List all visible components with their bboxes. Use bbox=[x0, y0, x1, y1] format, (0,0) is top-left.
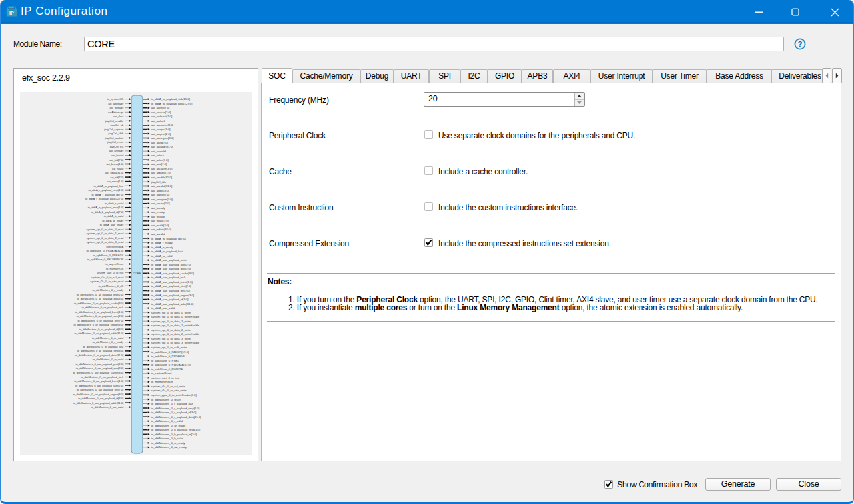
svg-text:io_ddrMasters_0_ar_payload_siz: io_ddrMasters_0_ar_payload_size[2:0] bbox=[77, 314, 124, 318]
svg-text:io_ddrMasters_0_r_ready: io_ddrMasters_0_r_ready bbox=[93, 340, 125, 344]
svg-text:axi_arqos[3:0]: axi_arqos[3:0] bbox=[151, 189, 169, 192]
svg-text:io_ddrA_b_valid: io_ddrA_b_valid bbox=[104, 214, 124, 218]
svg-text:axi_araddr[31:0]: axi_araddr[31:0] bbox=[151, 176, 172, 179]
svg-text:io_ddrMasters_0_ar_ready: io_ddrMasters_0_ar_ready bbox=[151, 424, 186, 427]
svg-text:io_ddrA_r_ready: io_ddrA_r_ready bbox=[151, 241, 173, 244]
svg-text:io_ddrA_arw_payload_len[7:0]: io_ddrA_arw_payload_len[7:0] bbox=[151, 289, 190, 292]
svg-text:io_ddrA_r_payload_resp[1:0]: io_ddrA_r_payload_resp[1:0] bbox=[89, 188, 124, 192]
svg-text:io_asyncReset: io_asyncReset bbox=[105, 262, 124, 266]
svg-text:axi_awsize[2:0]: axi_awsize[2:0] bbox=[151, 111, 171, 114]
svg-text:io_ddrMasters_0_r_payload_resp: io_ddrMasters_0_r_payload_resp[1:0] bbox=[151, 407, 199, 410]
svg-text:io_ddrA_w_payload_last: io_ddrA_w_payload_last bbox=[151, 250, 183, 253]
svg-text:axi_arburst[1:0]: axi_arburst[1:0] bbox=[151, 171, 171, 174]
svg-text:io_ddrMasters_0_ar_payload_pro: io_ddrMasters_0_ar_payload_prot[2:0] bbox=[77, 293, 123, 296]
svg-text:axi_rlast: axi_rlast bbox=[113, 115, 124, 118]
svg-text:io_ddrA_arw_payload_cache[3:0]: io_ddrA_arw_payload_cache[3:0] bbox=[151, 272, 194, 275]
svg-text:system_spi_0_io_data_3_write: system_spi_0_io_data_3_write bbox=[151, 337, 191, 340]
svg-text:io_ddrMasters_0_aw_payload_bur: io_ddrMasters_0_aw_payload_burst[1:0] bbox=[74, 379, 123, 383]
svg-text:system_spi_0_io_data_3_read: system_spi_0_io_data_3_read bbox=[86, 240, 123, 244]
svg-text:io_ddrA_arw_payload_id[7:0]: io_ddrA_arw_payload_id[7:0] bbox=[151, 298, 189, 301]
svg-text:system_uart_0_io_rxd: system_uart_0_io_rxd bbox=[97, 271, 124, 274]
svg-text:axi_awlock: axi_awlock bbox=[151, 119, 166, 123]
svg-text:io_ddrMasters_0_aw_payload_loc: io_ddrMasters_0_aw_payload_lock bbox=[81, 376, 124, 379]
svg-text:axi_arready: axi_arready bbox=[109, 149, 124, 152]
svg-text:axi_awid[7:0]: axi_awid[7:0] bbox=[151, 141, 168, 144]
svg-text:io_ddrMasters_0_ar_payload_reg: io_ddrMasters_0_ar_payload_region[3:0] bbox=[74, 323, 124, 326]
svg-text:io_apbSlave_0_PWDATA[31:0]: io_apbSlave_0_PWDATA[31:0] bbox=[151, 363, 191, 366]
svg-text:system_spi_0_io_data_1_read: system_spi_0_io_data_1_read bbox=[86, 232, 123, 235]
svg-text:io_ddrA_arw_payload_prot[2:0]: io_ddrA_arw_payload_prot[2:0] bbox=[151, 263, 191, 266]
svg-text:axi_arcache[3:0]: axi_arcache[3:0] bbox=[151, 167, 173, 170]
svg-text:system_i2c_0_io_scl_write: system_i2c_0_io_scl_write bbox=[151, 385, 186, 388]
svg-text:io_ddrA_w_payload_data[127:0]: io_ddrA_w_payload_data[127:0] bbox=[151, 102, 193, 105]
svg-text:system_spi_0_io_data_0_writeEn: system_spi_0_io_data_0_writeEnable bbox=[151, 315, 200, 318]
svg-text:io_ddrMasters_0_aw_valid: io_ddrMasters_0_aw_valid bbox=[91, 405, 123, 409]
svg-text:io_ddrMasters_0_aw_payload_pro: io_ddrMasters_0_aw_payload_prot[2:0] bbox=[75, 362, 123, 366]
svg-text:io_ddrA_arw_payload_region[3:0: io_ddrA_arw_payload_region[3:0] bbox=[151, 294, 194, 297]
svg-text:jtagCtrl_tdo: jtagCtrl_tdo bbox=[151, 180, 167, 184]
svg-text:io_ddrA_arw_valid: io_ddrA_arw_valid bbox=[151, 306, 175, 310]
svg-text:axi_arlock: axi_arlock bbox=[151, 154, 165, 157]
svg-text:system_spi_0_io_data_1_writeEn: system_spi_0_io_data_1_writeEnable bbox=[151, 324, 200, 327]
svg-text:axi_rvalid: axi_rvalid bbox=[112, 167, 124, 170]
svg-text:system_i2c_0_io_scl_read: system_i2c_0_io_scl_read bbox=[91, 276, 124, 279]
svg-text:axi_rresp[1:0]: axi_rresp[1:0] bbox=[107, 180, 123, 183]
svg-text:jtagCtrl_update: jtagCtrl_update bbox=[104, 136, 123, 140]
svg-text:axi_wdata[31:0]: axi_wdata[31:0] bbox=[151, 228, 171, 231]
svg-text:jtagCtrl_enable: jtagCtrl_enable bbox=[105, 119, 124, 123]
svg-text:jtagCtrl_shift: jtagCtrl_shift bbox=[107, 132, 124, 135]
svg-text:io_ddrMasters_0_aw_payload_reg: io_ddrMasters_0_aw_payload_region[3:0] bbox=[73, 393, 123, 396]
svg-text:io_ddrA_b_payload_id[7:0]: io_ddrA_b_payload_id[7:0] bbox=[91, 210, 123, 214]
svg-text:io_ddrMasters_0_ar_payload_cac: io_ddrMasters_0_ar_payload_cache[3:0] bbox=[74, 302, 123, 305]
svg-text:io_ddrMasters_0_r_ready: io_ddrMasters_0_r_ready bbox=[93, 288, 125, 292]
svg-text:system_spi_0_io_data_1_write: system_spi_0_io_data_1_write bbox=[151, 320, 191, 323]
svg-text:IP: IP bbox=[9, 10, 14, 16]
svg-text:io_ddrA_r_valid: io_ddrA_r_valid bbox=[105, 202, 124, 205]
svg-text:?: ? bbox=[797, 40, 802, 48]
svg-text:io_ddrMasters_0_w_payload_strb: io_ddrMasters_0_w_payload_strb[3:0] bbox=[77, 349, 123, 352]
svg-text:system_spi_0_io_data_2_write: system_spi_0_io_data_2_write bbox=[151, 328, 191, 332]
svg-text:io_ddrMasters_0_r_payload_last: io_ddrMasters_0_r_payload_last bbox=[151, 402, 193, 405]
svg-text:axiAInterrupt: axiAInterrupt bbox=[108, 111, 124, 114]
svg-text:io_ddrMasters_0_ar_payload_bur: io_ddrMasters_0_ar_payload_burst[1:0] bbox=[75, 310, 123, 314]
svg-text:io_apbSlave_0_PWRITE: io_apbSlave_0_PWRITE bbox=[151, 368, 183, 371]
svg-text:io_ddrMasters_0_r_payload_data: io_ddrMasters_0_r_payload_data[31:0] bbox=[151, 415, 201, 419]
svg-text:axi_wready: axi_wready bbox=[109, 106, 124, 109]
svg-text:axi_wvalid: axi_wvalid bbox=[151, 215, 165, 218]
svg-text:axi_awaddr[31:0]: axi_awaddr[31:0] bbox=[151, 145, 173, 148]
svg-text:axi_bready: axi_bready bbox=[151, 206, 166, 210]
svg-text:io_ddrA_arw_payload_addr[31:0]: io_ddrA_arw_payload_addr[31:0] bbox=[151, 302, 193, 306]
svg-text:io_ddrA_arw_payload_qos[3:0]: io_ddrA_arw_payload_qos[3:0] bbox=[151, 267, 191, 270]
svg-text:io_ddrMasters_0_ar_payload_qos: io_ddrMasters_0_ar_payload_qos[3:0] bbox=[77, 297, 123, 300]
svg-text:io_ddrA_w_valid: io_ddrA_w_valid bbox=[151, 254, 173, 258]
svg-text:io_systemClk: io_systemClk bbox=[107, 97, 124, 101]
svg-text:jtagCtrl_tck: jtagCtrl_tck bbox=[109, 145, 124, 148]
svg-text:io_ddrMasters_0_clk: io_ddrMasters_0_clk bbox=[98, 284, 124, 288]
svg-text:io_ddrMasters_0_aw_payload_len: io_ddrMasters_0_aw_payload_len[7:0] bbox=[77, 388, 123, 391]
svg-text:io_ddrMasters_0_aw_payload_siz: io_ddrMasters_0_aw_payload_size[2:0] bbox=[75, 384, 123, 387]
svg-text:io_ddrA_w_payload_last: io_ddrA_w_payload_last bbox=[94, 184, 124, 188]
svg-text:io_ddrA_b_ready: io_ddrA_b_ready bbox=[151, 246, 174, 249]
svg-text:axi_awvalid: axi_awvalid bbox=[151, 150, 167, 153]
svg-text:io_ddrA_r_payload_data[127:0]: io_ddrA_r_payload_data[127:0] bbox=[85, 197, 123, 200]
svg-text:io_ddrMasters_0_ar_payload_len: io_ddrMasters_0_ar_payload_len[7:0] bbox=[77, 319, 123, 322]
svg-text:axi_awburst[1:0]: axi_awburst[1:0] bbox=[151, 115, 172, 118]
svg-text:axi_awregion[3:0]: axi_awregion[3:0] bbox=[151, 136, 174, 140]
svg-text:system_uart_0_io_txd: system_uart_0_io_txd bbox=[151, 376, 180, 379]
svg-text:io_apbSlave_0_PADDR[19:0]: io_apbSlave_0_PADDR[19:0] bbox=[151, 350, 189, 354]
svg-text:io_apbSlave_0_PRDATA[31:0]: io_apbSlave_0_PRDATA[31:0] bbox=[87, 249, 124, 252]
svg-text:io_ddrA_arw_payload_burst[1:0]: io_ddrA_arw_payload_burst[1:0] bbox=[151, 280, 193, 284]
svg-text:io_ddrMasters_0_ar_valid: io_ddrMasters_0_ar_valid bbox=[92, 336, 124, 340]
svg-text:axi_awqos[3:0]: axi_awqos[3:0] bbox=[151, 128, 171, 131]
svg-text:io_ddrA_w_payload_strb[15:0]: io_ddrA_w_payload_strb[15:0] bbox=[151, 97, 190, 101]
svg-text:io_memoryClk: io_memoryClk bbox=[106, 267, 124, 270]
svg-text:system_spi_0_io_sclk_write: system_spi_0_io_sclk_write bbox=[151, 346, 187, 349]
svg-text:system_i2c_0_io_sda_read: system_i2c_0_io_sda_read bbox=[90, 280, 124, 283]
svg-text:io_ddrMasters_0_w_ready: io_ddrMasters_0_w_ready bbox=[151, 441, 185, 445]
svg-text:io_ddrA_arw_ready: io_ddrA_arw_ready bbox=[100, 223, 124, 226]
svg-text:io_ddrMasters_0_b_payload_id[3: io_ddrMasters_0_b_payload_id[3:0] bbox=[151, 433, 197, 436]
svg-text:userInterruptA: userInterruptA bbox=[106, 245, 123, 248]
svg-text:io_ddrMasters_0_w_payload_data: io_ddrMasters_0_w_payload_data[31:0] bbox=[75, 354, 123, 357]
svg-text:jtagCtrl_tdi: jtagCtrl_tdi bbox=[110, 123, 124, 126]
svg-text:axi_rid[7:0]: axi_rid[7:0] bbox=[110, 176, 123, 179]
